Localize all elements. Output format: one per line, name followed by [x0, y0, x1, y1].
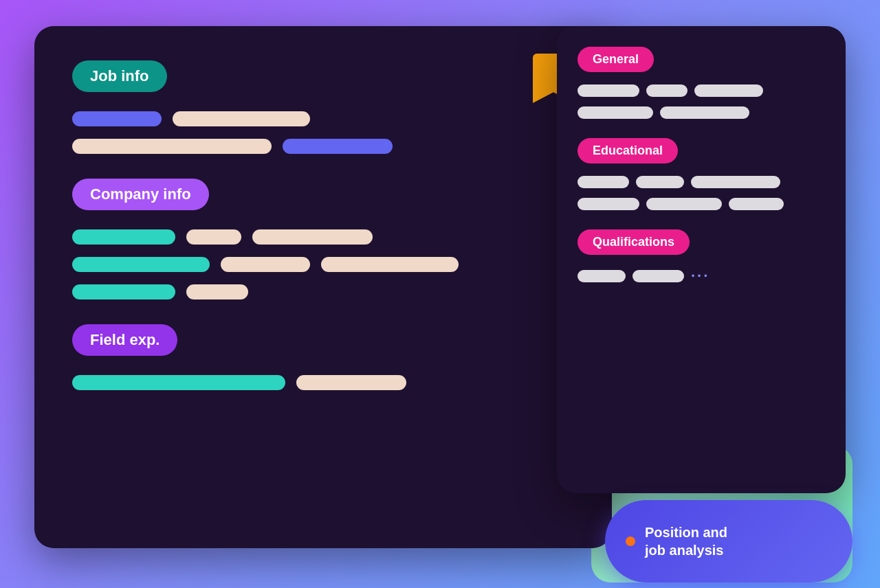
right-pill: [578, 106, 653, 119]
right-pill: [646, 84, 688, 97]
pill: [72, 375, 285, 390]
educational-badge: Educational: [578, 138, 678, 163]
qualifications-section: Qualifications ···: [578, 229, 825, 285]
field-exp-section: Field exp.: [72, 324, 574, 390]
pill: [221, 257, 310, 272]
position-job-analysis-card[interactable]: Position andjob analysis: [605, 500, 852, 583]
right-pill: [646, 198, 722, 210]
more-dots-icon: ···: [691, 267, 710, 285]
pill: [186, 284, 248, 299]
position-job-analysis-text: Position andjob analysis: [645, 523, 727, 559]
job-info-section: Job info: [72, 60, 574, 154]
pill: [283, 139, 393, 154]
job-info-row-2: [72, 139, 574, 154]
company-info-row-1: [72, 229, 574, 245]
company-info-row-3: [72, 284, 574, 299]
right-pill: [660, 106, 749, 119]
pill: [321, 257, 459, 272]
educational-row-2: [578, 198, 825, 210]
right-pill: [632, 270, 684, 282]
general-badge: General: [578, 47, 654, 72]
company-info-label: Company info: [72, 179, 209, 210]
right-pill: [691, 176, 780, 188]
pill: [72, 284, 175, 299]
qualifications-row-1: ···: [578, 267, 825, 285]
right-pill: [578, 198, 639, 210]
right-pill: [578, 84, 639, 97]
pill: [186, 229, 241, 245]
job-info-row-1: [72, 111, 574, 126]
left-card: Job info Company info: [34, 26, 612, 548]
field-exp-label: Field exp.: [72, 324, 177, 356]
pill: [296, 375, 406, 390]
right-panel: General Educational: [557, 26, 846, 493]
pill: [72, 111, 162, 126]
pill: [173, 111, 310, 126]
general-row-1: [578, 84, 825, 97]
pill: [72, 229, 175, 245]
main-container: Job info Company info: [34, 26, 846, 562]
qualifications-badge: Qualifications: [578, 229, 690, 255]
educational-row-1: [578, 176, 825, 188]
right-pill: [694, 84, 763, 97]
job-info-label: Job info: [72, 60, 167, 92]
general-section: General: [578, 47, 825, 119]
orange-dot-icon: [626, 536, 635, 546]
pill: [72, 257, 210, 272]
educational-section: Educational: [578, 138, 825, 210]
right-pill: [636, 176, 684, 188]
right-pill: [578, 176, 629, 188]
company-info-section: Company info: [72, 179, 574, 299]
field-exp-row-1: [72, 375, 574, 390]
right-pill: [729, 198, 784, 210]
pill: [252, 229, 373, 245]
general-row-2: [578, 106, 825, 119]
right-pill: [578, 270, 626, 282]
company-info-row-2: [72, 257, 574, 272]
pill: [72, 139, 272, 154]
